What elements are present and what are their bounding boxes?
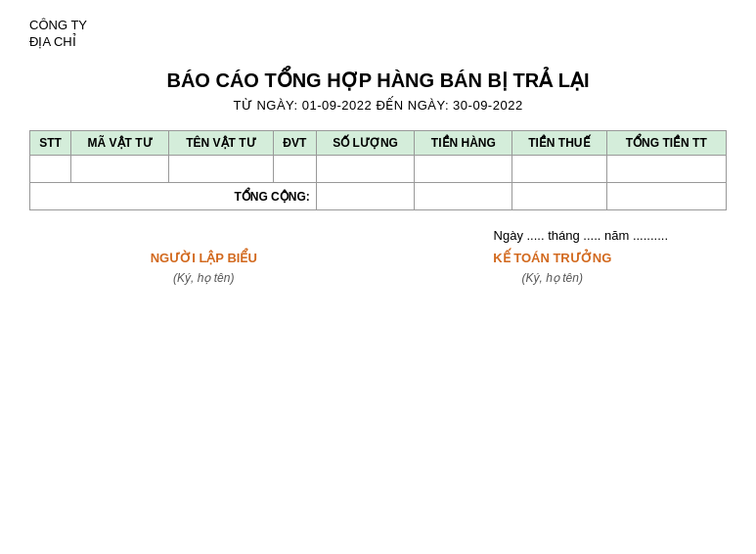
col-header-dvt: ĐVT: [273, 131, 316, 156]
cell-tong-tien: [606, 156, 727, 183]
cell-ten-vat-tu: [168, 156, 273, 183]
col-header-ma-vat-tu: MÃ VẬT TƯ: [71, 131, 169, 156]
total-row: TỔNG CỘNG:: [30, 183, 727, 210]
cell-tien-hang: [415, 156, 512, 183]
cell-so-luong: [316, 156, 415, 183]
report-table: STT MÃ VẬT TƯ TÊN VẬT TƯ ĐVT SỐ LƯỢNG TI…: [29, 130, 727, 210]
total-label: TỔNG CỘNG:: [30, 183, 317, 210]
company-address: ĐỊA CHỈ: [29, 34, 727, 49]
cell-stt: [30, 156, 71, 183]
report-title: BÁO CÁO TỔNG HỢP HÀNG BÁN BỊ TRẢ LẠI: [29, 69, 727, 92]
report-subtitle: TỪ NGÀY: 01-09-2022 ĐẾN NGÀY: 30-09-2022: [29, 98, 727, 113]
col-header-ten-vat-tu: TÊN VẬT TƯ: [168, 131, 273, 156]
footer-right: KẾ TOÁN TRƯỞNG (Ký, họ tên): [385, 251, 720, 285]
total-tong-tien: [606, 183, 727, 210]
total-tien-hang: [415, 183, 512, 210]
cell-dvt: [273, 156, 316, 183]
footer-date: Ngày ..... tháng ..... năm ..........: [494, 228, 668, 243]
footer-section: Ngày ..... tháng ..... năm .......... NG…: [29, 228, 727, 285]
col-header-stt: STT: [30, 131, 71, 156]
cell-ma-vat-tu: [71, 156, 169, 183]
footer-left-role: NGƯỜI LẬP BIỂU: [36, 251, 371, 265]
footer-right-sign: (Ký, họ tên): [385, 271, 720, 285]
footer-left-sign: (Ký, họ tên): [36, 271, 371, 285]
col-header-tien-hang: TIỀN HÀNG: [415, 131, 512, 156]
col-header-tong-tien-tt: TỔNG TIỀN TT: [606, 131, 727, 156]
footer-left: NGƯỜI LẬP BIỂU (Ký, họ tên): [36, 251, 371, 285]
total-tien-thue: [512, 183, 606, 210]
col-header-so-luong: SỐ LƯỢNG: [316, 131, 415, 156]
cell-tien-thue: [512, 156, 606, 183]
total-so-luong: [316, 183, 415, 210]
company-name: CÔNG TY: [29, 18, 727, 32]
footer-right-role: KẾ TOÁN TRƯỞNG: [385, 251, 720, 265]
table-row: [30, 156, 727, 183]
col-header-tien-thue: TIỀN THUẾ: [512, 131, 606, 156]
